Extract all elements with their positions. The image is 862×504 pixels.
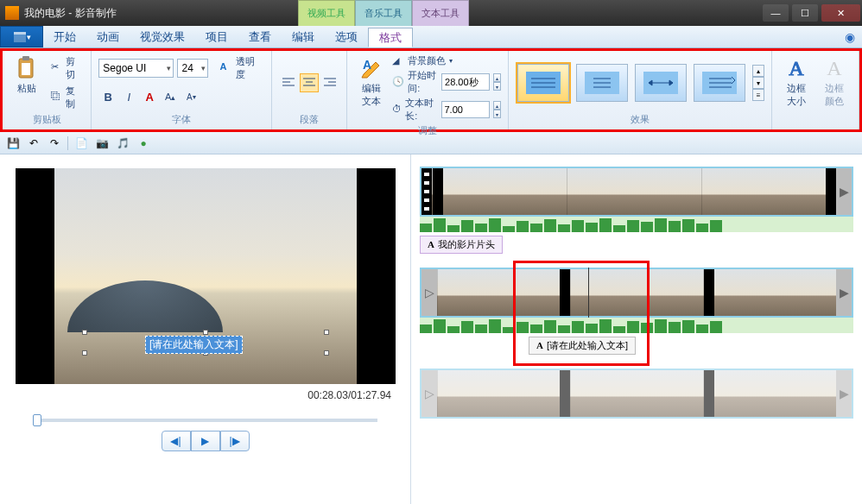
outline-size-button[interactable]: A 边框 大小 [779, 54, 814, 110]
video-preview[interactable]: [请在此处输入文本] ⤢ [16, 168, 396, 384]
ribbon-group-outline: A 边框 大小 A 边框 颜色 [772, 51, 859, 129]
bg-color-button[interactable]: ◢ 背景颜色 ▾ [392, 54, 501, 67]
menu-edit[interactable]: 编辑 [282, 26, 325, 47]
italic-button[interactable]: I [119, 87, 138, 106]
undo-icon[interactable]: ↶ [26, 135, 41, 151]
maximize-button[interactable]: ☐ [792, 4, 818, 22]
align-center-button[interactable] [300, 73, 319, 92]
menu-project[interactable]: 项目 [195, 26, 238, 47]
clip-1[interactable]: ▶ [420, 167, 853, 217]
duration-spinner[interactable]: ▴▾ [493, 101, 502, 118]
effect-tile-1[interactable] [517, 64, 569, 102]
ribbon-group-font: Segoe UI▾ 24▾ A 透明度 B I A A▴ A▾ 字体 [92, 51, 272, 129]
copy-icon: ⿻ [51, 91, 62, 104]
window-controls: — ☐ ✕ [761, 2, 862, 24]
seek-thumb[interactable] [33, 414, 41, 426]
help-icon[interactable]: ◉ [845, 26, 855, 47]
grow-font-button[interactable]: A▴ [161, 87, 180, 106]
qa-icon-2[interactable]: 📷 [94, 135, 110, 151]
effect-tile-2[interactable] [576, 64, 628, 102]
qa-icon-4[interactable]: ● [136, 135, 151, 151]
video-tools-tab[interactable]: 视频工具 [298, 0, 355, 26]
ribbon: 粘贴 ✂ 剪切 ⿻ 复制 剪贴板 Segoe UI▾ [0, 48, 862, 132]
contextual-tool-tabs: 视频工具 音乐工具 文本工具 [298, 0, 469, 26]
text-clip-1[interactable]: A我的影片片头 [420, 236, 503, 254]
outline-color-button[interactable]: A 边框 颜色 [817, 54, 852, 110]
menu-options[interactable]: 选项 [325, 26, 368, 47]
effect-tile-4[interactable] [694, 64, 745, 102]
menu-visual-effects[interactable]: 视觉效果 [130, 26, 195, 47]
scissors-icon: ✂ [51, 61, 62, 75]
prev-frame-button[interactable]: ◀| [162, 431, 191, 451]
play-button[interactable]: ▶ [191, 431, 220, 451]
ribbon-group-adjust: A 编辑 文本 ◢ 背景颜色 ▾ 🕓 开始时间: ▴▾ ⏱ 文本 [347, 51, 509, 129]
edit-text-icon: A [359, 56, 383, 80]
svg-rect-4 [22, 63, 30, 75]
outline-color-icon: A [822, 56, 846, 80]
seek-bar[interactable] [33, 419, 377, 422]
effect-tile-3[interactable] [635, 64, 687, 102]
align-right-button[interactable] [320, 73, 339, 92]
edit-text-button[interactable]: A 编辑 文本 [354, 54, 389, 110]
clip-start-arrow-icon: ▷ [421, 269, 437, 316]
menu-view[interactable]: 查看 [238, 26, 282, 47]
next-frame-button[interactable]: |▶ [220, 431, 250, 451]
minimize-button[interactable]: — [763, 4, 789, 22]
svg-text:A: A [363, 58, 371, 72]
svg-rect-1 [14, 32, 26, 35]
font-name-combo[interactable]: Segoe UI▾ [98, 59, 174, 78]
clip-2[interactable]: ▷ ▶ [420, 268, 853, 318]
workspace: [请在此处输入文本] ⤢ 00:28.03/01:27.94 ◀| ▶ |▶ ▶ [0, 154, 862, 504]
copy-button[interactable]: ⿻ 复制 [48, 84, 84, 111]
start-time-spinner[interactable]: ▴▾ [493, 73, 501, 91]
audio-track-1[interactable] [420, 217, 853, 232]
duration-input[interactable] [441, 101, 490, 118]
stopwatch-icon: ⏱ [392, 104, 402, 116]
ribbon-group-clipboard: 粘贴 ✂ 剪切 ⿻ 复制 剪贴板 [3, 51, 92, 129]
align-left-button[interactable] [279, 73, 298, 92]
menu-format[interactable]: 格式 [368, 28, 413, 47]
paste-icon [15, 56, 39, 80]
text-placeholder-overlay[interactable]: [请在此处输入文本] [145, 336, 243, 354]
start-time-input[interactable] [441, 73, 490, 91]
text-tools-tab[interactable]: 文本工具 [412, 0, 469, 26]
paste-button[interactable]: 粘贴 [10, 54, 44, 97]
menubar: ▾ 开始 动画 视觉效果 项目 查看 编辑 选项 格式 ◉ [0, 26, 862, 48]
font-size-combo[interactable]: 24▾ [177, 59, 207, 78]
text-clip-2[interactable]: A[请在此处输入文本] [529, 337, 636, 355]
time-display: 00:28.03/01:27.94 [16, 384, 395, 406]
effects-scroll[interactable]: ▴▾≡ [752, 65, 764, 101]
qa-icon-1[interactable]: 📄 [73, 135, 89, 151]
audio-tools-tab[interactable]: 音乐工具 [355, 0, 412, 26]
save-icon[interactable]: 💾 [5, 135, 21, 151]
titlebar: 我的电影 - 影音制作 视频工具 音乐工具 文本工具 — ☐ ✕ [0, 0, 862, 26]
cut-button[interactable]: ✂ 剪切 [48, 54, 84, 82]
window-title: 我的电影 - 影音制作 [24, 6, 117, 21]
close-button[interactable]: ✕ [821, 4, 860, 22]
playhead[interactable] [588, 268, 589, 318]
clip-row-1: ▶ A我的影片片头 [420, 167, 853, 254]
play-controls: ◀| ▶ |▶ [16, 431, 395, 451]
ribbon-group-effects: ▴▾≡ 效果 [509, 51, 772, 129]
clip-row-2: ▷ ▶ A[请在此处输入文本] [420, 268, 853, 355]
qa-icon-3[interactable]: 🎵 [115, 135, 130, 151]
clock-icon: 🕓 [392, 76, 404, 88]
audio-track-2[interactable] [420, 318, 853, 333]
font-color-button[interactable]: A [140, 87, 159, 106]
transparency-button[interactable]: A 透明度 [217, 54, 265, 82]
storyboard[interactable]: ▶ A我的影片片头 ▷ ▶ A[请在此处输入文本] [410, 154, 862, 504]
file-menu-button[interactable]: ▾ [0, 26, 43, 47]
clip-end-arrow-icon: ▶ [836, 168, 852, 215]
shrink-font-button[interactable]: A▾ [181, 87, 200, 106]
paint-bucket-icon: ◢ [392, 55, 404, 67]
svg-rect-3 [22, 56, 29, 60]
clip-row-3: ▷ ▶ [420, 369, 853, 419]
menu-start[interactable]: 开始 [43, 26, 86, 47]
clip-end-arrow-icon: ▶ [836, 269, 852, 316]
outline-size-icon: A [784, 56, 808, 80]
bold-button[interactable]: B [98, 87, 117, 106]
ribbon-group-paragraph: 段落 [272, 51, 347, 129]
redo-icon[interactable]: ↷ [47, 135, 62, 151]
menu-animation[interactable]: 动画 [86, 26, 130, 47]
clip-3[interactable]: ▷ ▶ [420, 369, 853, 419]
